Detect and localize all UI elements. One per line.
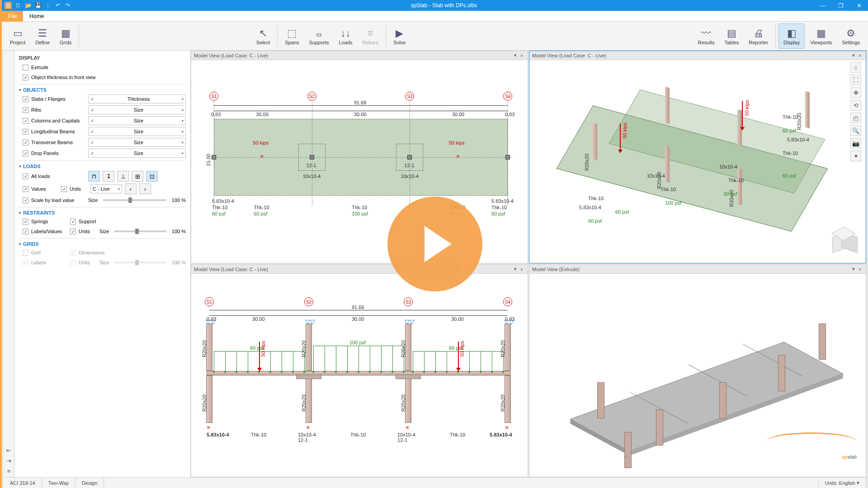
ribbon-grids[interactable]: ▦Grids [55, 23, 76, 49]
load-vis-4[interactable]: ⊞ [132, 171, 143, 182]
left-rail: ≡ ⇥ ⇤ [4, 51, 14, 477]
ribbon-select[interactable]: ↖Select [252, 23, 275, 49]
chk-allloads[interactable] [23, 174, 28, 179]
ribbon-tables[interactable]: ▤Tables [720, 23, 743, 49]
ribbon-viewports[interactable]: ▦Viewports [806, 23, 836, 49]
vp4-menu-icon[interactable]: ▾ [850, 266, 857, 272]
undo-icon[interactable]: ↶ [54, 2, 61, 9]
zoom-extent-icon[interactable]: ⛶ [850, 75, 861, 85]
view-cube[interactable] [832, 230, 857, 254]
ribbon-rebars[interactable]: ≡Rebars [358, 23, 383, 49]
rebars-icon: ≡ [368, 27, 373, 40]
redo-icon[interactable]: ↷ [64, 2, 71, 9]
viewport-2[interactable]: Model View (Load Case: C - Live)▾× 50 ki… [529, 51, 866, 263]
load-vis-5[interactable]: ⊡ [146, 171, 158, 182]
status-mode: Design [75, 478, 104, 488]
title-bar: ⊞ 🗋 📂 💾 | ↶ ↷ spSlab - Slab with DPs.slb… [2, 0, 868, 11]
home-view-icon[interactable]: ⌂ [850, 62, 861, 73]
sel-obj-3[interactable]: Size [88, 127, 186, 136]
zoom-window-icon[interactable]: ◰ [850, 113, 861, 123]
sel-obj-5[interactable]: Size [88, 149, 186, 158]
chk-support[interactable] [70, 219, 76, 225]
vp3-close-icon[interactable]: × [519, 267, 525, 272]
ribbon-solve[interactable]: ▶Solve [389, 23, 410, 49]
vp4-close-icon[interactable]: × [857, 267, 863, 272]
ribbon-project[interactable]: ▭Project [5, 23, 30, 49]
chk-obj-5[interactable] [23, 150, 28, 156]
vp3-menu-icon[interactable]: ▾ [512, 266, 519, 272]
vp2-close-icon[interactable]: × [857, 53, 863, 58]
load-vis-1[interactable]: ⊓ [88, 171, 100, 182]
select-icon: ↖ [259, 27, 267, 40]
chk-runits[interactable] [70, 229, 76, 235]
chk-grid[interactable] [23, 250, 28, 256]
close-button[interactable]: ✕ [850, 0, 868, 11]
chk-scale[interactable] [23, 197, 28, 203]
ribbon-settings[interactable]: ⚙Settings [837, 23, 864, 49]
ribbon-display[interactable]: ◧Display [778, 23, 805, 49]
hdr-objects[interactable]: OBJECTS [19, 84, 186, 94]
ribbon-reporter[interactable]: 🖨Reporter [744, 23, 773, 49]
tab-home[interactable]: Home [23, 11, 50, 22]
rail-btn-2[interactable]: ⇥ [6, 457, 11, 464]
maximize-button[interactable]: ❐ [832, 0, 850, 11]
chk-units[interactable] [61, 186, 67, 192]
chk-obj-3[interactable] [23, 129, 28, 135]
new-icon[interactable]: 🗋 [14, 2, 22, 9]
ribbon-results[interactable]: 〰Results [693, 23, 719, 49]
chk-extrude[interactable] [23, 65, 28, 70]
chk-obj-1[interactable] [23, 107, 28, 113]
sel-obj-2[interactable]: Size [88, 116, 186, 125]
hdr-loads[interactable]: LOADS [19, 160, 186, 170]
zoom-in-icon[interactable]: 🔍 [850, 125, 861, 136]
slider-restraint[interactable] [114, 230, 166, 232]
load-next[interactable]: › [139, 183, 151, 194]
settings-icon: ⚙ [846, 27, 855, 40]
chk-obj-0[interactable] [23, 96, 28, 102]
vp4-title: Model View (Extrude) [532, 267, 580, 272]
app-icon: ⊞ [5, 2, 12, 9]
status-units[interactable]: Units: English ▾ [819, 478, 866, 488]
define-icon: ☰ [38, 27, 47, 40]
ribbon-spans[interactable]: ⬚Spans [280, 23, 303, 49]
load-prev[interactable]: ‹ [125, 183, 137, 194]
play-button[interactable] [387, 197, 482, 291]
sel-obj-1[interactable]: Size [88, 105, 186, 114]
sel-loadcase[interactable]: C - Live [90, 184, 122, 193]
minimize-button[interactable]: — [814, 0, 832, 11]
rotate-icon[interactable]: ⟲ [850, 100, 861, 111]
tab-file[interactable]: File [2, 11, 23, 22]
hdr-grids[interactable]: GRIDS [19, 238, 186, 248]
vp1-menu-icon[interactable]: ▾ [512, 52, 519, 58]
pan-icon[interactable]: ✥ [850, 87, 861, 98]
vp3-title: Model View (Load Case: C - Live) [194, 267, 268, 272]
vp2-menu-icon[interactable]: ▾ [850, 52, 857, 58]
ribbon-define[interactable]: ☰Define [31, 23, 54, 49]
product-logo: spslab [842, 441, 857, 463]
open-icon[interactable]: 📂 [24, 2, 32, 9]
chk-obj-4[interactable] [23, 140, 28, 145]
slider-loadsize[interactable] [103, 199, 166, 201]
load-vis-2[interactable]: ↧ [103, 171, 114, 182]
camera-icon[interactable]: 📷 [850, 138, 861, 149]
chk-values[interactable] [23, 186, 28, 192]
chk-springs[interactable] [23, 219, 28, 225]
chk-labvals[interactable] [23, 229, 28, 235]
status-bar: ACI 318-14 Two-Way Design Units: English… [4, 477, 866, 488]
chk-objthick[interactable] [23, 75, 28, 80]
load-vis-3[interactable]: ⊥ [117, 171, 129, 182]
sel-obj-4[interactable]: Size [88, 138, 186, 147]
rail-btn-1[interactable]: ≡ [7, 468, 11, 474]
save-icon[interactable]: 💾 [34, 2, 42, 9]
axes-icon[interactable]: ✦ [850, 150, 861, 161]
viewport-3[interactable]: Model View (Load Case: C - Live)▾× R20x2… [191, 264, 528, 477]
viewport-4[interactable]: Model View (Extrude)▾× spslab ⟀ [529, 264, 866, 477]
ribbon-loads[interactable]: ↓↓Loads [335, 23, 357, 49]
ribbon-supports[interactable]: ⏛Supports [304, 23, 333, 49]
rail-btn-3[interactable]: ⇤ [6, 447, 11, 454]
grids-icon: ▦ [61, 27, 71, 40]
sel-obj-0[interactable]: Thickness [88, 94, 186, 103]
hdr-restraints[interactable]: RESTRAINTS [19, 207, 186, 216]
chk-obj-2[interactable] [23, 118, 28, 124]
vp1-close-icon[interactable]: × [519, 53, 525, 58]
